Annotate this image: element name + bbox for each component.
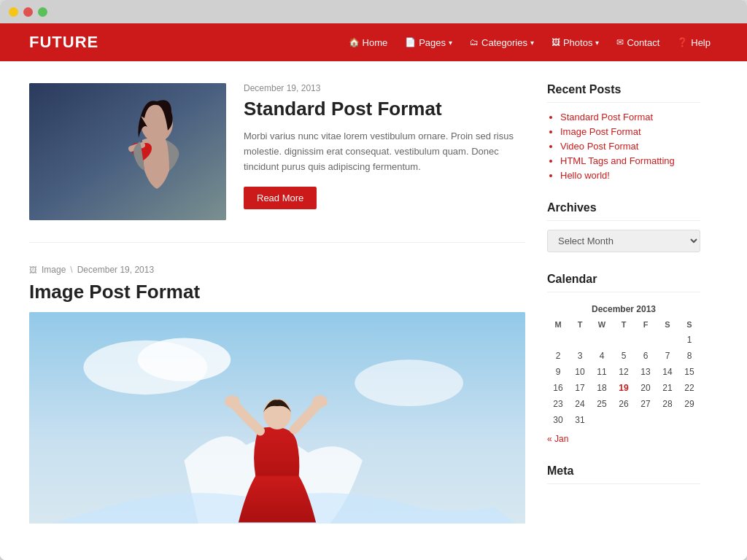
home-icon: 🏠 xyxy=(349,37,360,47)
post-title-standard: Standard Post Format xyxy=(244,98,525,120)
image-meta-icon: 🖼 xyxy=(29,265,37,274)
svg-point-8 xyxy=(312,395,328,408)
calendar-linked-day[interactable]: 19 xyxy=(613,380,635,396)
maximize-dot[interactable] xyxy=(38,7,47,17)
post-title-image: Image Post Format xyxy=(29,281,525,303)
post-standard: December 19, 2013 Standard Post Format M… xyxy=(29,83,525,243)
browser-window: FUTURE 🏠 Home 📄 Pages ▾ 🗂 Categories ▾ 🖼… xyxy=(0,0,747,560)
post-image-format: 🖼 Image \ December 19, 2013 Image Post F… xyxy=(29,265,525,524)
nav-contact[interactable]: ✉ Contact xyxy=(609,33,667,52)
post-date-image: December 19, 2013 xyxy=(77,265,154,275)
nav-menu: 🏠 Home 📄 Pages ▾ 🗂 Categories ▾ 🖼 Photos… xyxy=(341,33,718,52)
main-content: December 19, 2013 Standard Post Format M… xyxy=(0,61,747,560)
calendar-table: December 2013 M T W T F S S xyxy=(547,301,700,428)
cal-header-s2: S xyxy=(678,317,700,332)
close-dot[interactable] xyxy=(9,7,18,17)
table-row: 16171819202122 xyxy=(547,380,700,396)
content-area: December 19, 2013 Standard Post Format M… xyxy=(29,83,525,538)
calendar-title: Calendar xyxy=(547,273,700,292)
list-item[interactable]: Video Post Format xyxy=(560,141,700,152)
chevron-down-icon: ▾ xyxy=(449,39,452,47)
meta-section: Meta xyxy=(547,464,700,484)
table-row: 23242526272829 xyxy=(547,396,700,412)
nav-pages[interactable]: 📄 Pages ▾ xyxy=(398,33,460,52)
chevron-down-icon: ▾ xyxy=(595,39,599,47)
calendar-nav-prev[interactable]: « Jan xyxy=(547,434,700,444)
table-row: 2345678 xyxy=(547,348,700,364)
browser-titlebar xyxy=(0,0,747,23)
recent-posts-list: Standard Post Format Image Post Format V… xyxy=(547,112,700,181)
nav-photos[interactable]: 🖼 Photos ▾ xyxy=(544,33,606,52)
meta-title: Meta xyxy=(547,464,700,484)
archives-title: Archives xyxy=(547,201,700,221)
categories-icon: 🗂 xyxy=(470,37,479,47)
post-date-standard: December 19, 2013 xyxy=(244,83,525,93)
pages-icon: 📄 xyxy=(405,37,416,47)
list-item[interactable]: Standard Post Format xyxy=(560,112,700,122)
list-item[interactable]: Hello world! xyxy=(560,170,700,181)
list-item[interactable]: Image Post Format xyxy=(560,126,700,137)
calendar-month: December 2013 xyxy=(547,301,700,317)
cal-header-t2: T xyxy=(613,317,635,332)
table-row: 9101112131415 xyxy=(547,364,700,380)
sidebar: Recent Posts Standard Post Format Image … xyxy=(547,83,700,538)
svg-point-7 xyxy=(225,395,240,408)
svg-point-4 xyxy=(138,338,231,382)
nav-categories[interactable]: 🗂 Categories ▾ xyxy=(462,33,541,52)
recent-posts-title: Recent Posts xyxy=(547,83,700,103)
cal-header-f: F xyxy=(635,317,657,332)
site-header: FUTURE 🏠 Home 📄 Pages ▾ 🗂 Categories ▾ 🖼… xyxy=(0,23,747,61)
archives-section: Archives Select Month January 2014 Decem… xyxy=(547,201,700,252)
post-image-standard xyxy=(29,83,226,220)
help-icon: ❓ xyxy=(677,37,688,47)
table-row: 3031 xyxy=(547,412,700,428)
cal-header-s1: S xyxy=(657,317,678,332)
recent-posts-section: Recent Posts Standard Post Format Image … xyxy=(547,83,700,181)
table-row: 1 xyxy=(547,332,700,348)
photos-icon: 🖼 xyxy=(551,37,560,47)
nav-help[interactable]: ❓ Help xyxy=(670,33,718,52)
cal-header-m: M xyxy=(547,317,569,332)
post-category: Image xyxy=(42,265,66,275)
list-item[interactable]: HTML Tags and Formatting xyxy=(560,155,700,166)
nav-home[interactable]: 🏠 Home xyxy=(341,33,395,52)
post-content-standard: December 19, 2013 Standard Post Format M… xyxy=(244,83,525,220)
svg-rect-0 xyxy=(29,83,226,220)
post-image-container xyxy=(29,312,525,524)
site-logo[interactable]: FUTURE xyxy=(29,33,98,52)
post-thumbnail xyxy=(29,83,226,220)
svg-point-5 xyxy=(355,359,463,406)
post-meta-bar: 🖼 Image \ December 19, 2013 xyxy=(29,265,525,275)
post-excerpt-standard: Morbi varius nunc vitae lorem vestibulum… xyxy=(244,129,525,174)
meta-separator: \ xyxy=(70,265,72,275)
minimize-dot[interactable] xyxy=(23,7,33,17)
calendar-section: Calendar December 2013 M T W T F S xyxy=(547,273,700,444)
archives-select[interactable]: Select Month January 2014 December 2013 … xyxy=(547,230,700,252)
chevron-down-icon: ▾ xyxy=(530,39,534,47)
cal-header-t1: T xyxy=(569,317,591,332)
cal-header-w: W xyxy=(591,317,613,332)
contact-icon: ✉ xyxy=(616,37,624,47)
read-more-button[interactable]: Read More xyxy=(244,187,317,209)
